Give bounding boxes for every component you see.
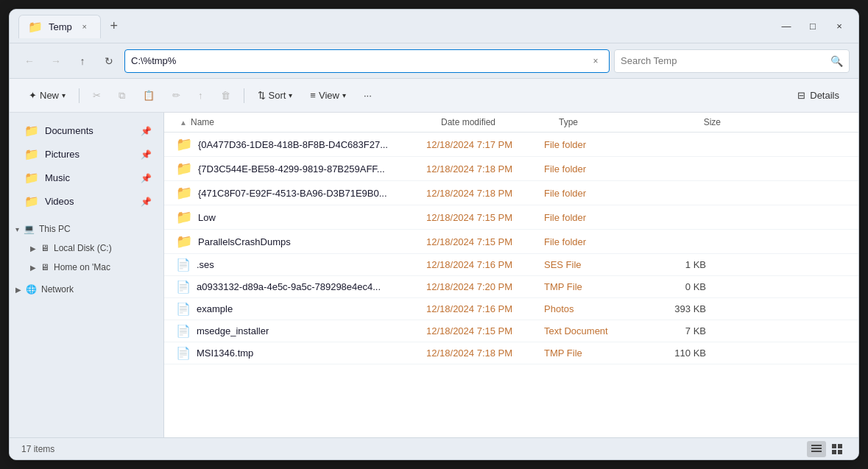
file-name-text: example (197, 303, 233, 314)
file-date-cell: 12/18/2024 7:16 PM (426, 259, 544, 270)
search-input[interactable] (621, 55, 826, 66)
local-disk-icon: 🖥 (40, 243, 49, 253)
folder-icon: 📁 (176, 136, 192, 152)
table-row[interactable]: 📁 ParallelsCrashDumps 12/18/2024 7:15 PM… (164, 230, 858, 254)
forward-button[interactable]: → (45, 50, 67, 72)
minimize-button[interactable]: — (776, 16, 797, 37)
pictures-folder-icon: 📁 (24, 147, 39, 161)
pin-icon-music: 📌 (141, 173, 152, 183)
details-pane-icon: ⊟ (797, 90, 805, 101)
close-button[interactable]: × (829, 16, 850, 37)
file-icon: 📄 (176, 280, 191, 294)
table-row[interactable]: 📁 {471C8F07-E92F-4513-BA96-D3B71E9B0... … (164, 181, 858, 205)
new-button[interactable]: ✦ New ▾ (21, 86, 73, 105)
file-list: ▲ Name Date modified Type Size 📁 (164, 113, 858, 437)
address-input[interactable] (131, 55, 584, 66)
sidebar-item-pictures[interactable]: 📁 Pictures 📌 (13, 143, 160, 166)
table-row[interactable]: 📁 Low 12/18/2024 7:15 PM File folder (164, 205, 858, 230)
list-view-button[interactable] (807, 441, 826, 457)
file-name-text: msedge_installer (197, 325, 269, 336)
rename-icon: ✏ (172, 90, 180, 101)
table-row[interactable]: 📄 example 12/18/2024 7:16 PM Photos 393 … (164, 298, 858, 320)
window-tab[interactable]: 📁 Temp × (18, 15, 101, 38)
table-row[interactable]: 📄 .ses 12/18/2024 7:16 PM SES File 1 KB (164, 254, 858, 276)
file-icon: 📄 (176, 258, 191, 272)
sidebar: 📁 Documents 📌 📁 Pictures 📌 📁 Music 📌 📁 V… (10, 113, 164, 437)
file-type-cell: File folder (544, 188, 647, 199)
table-row[interactable]: 📁 {0A477D36-1DE8-418B-8F8B-D4C683F27... … (164, 133, 858, 157)
file-name-cell: 📄 MSI1346.tmp (176, 346, 426, 360)
column-type-header[interactable]: Type (559, 117, 662, 127)
refresh-button[interactable]: ↻ (98, 50, 120, 72)
sort-button[interactable]: ⇅ Sort ▾ (250, 86, 300, 105)
table-row[interactable]: 📁 {7D3C544E-BE58-4299-9819-87B259AFF... … (164, 157, 858, 181)
cut-button[interactable]: ✂ (85, 86, 108, 105)
new-icon: ✦ (29, 90, 37, 101)
svg-rect-2 (811, 451, 822, 452)
more-button[interactable]: ··· (356, 86, 379, 105)
share-button[interactable]: ↑ (191, 86, 211, 105)
network-section[interactable]: ▶ 🌐 Network (10, 280, 163, 299)
grid-view-button[interactable] (828, 441, 847, 457)
this-pc-chevron-icon: ▾ (15, 225, 19, 233)
documents-label: Documents (45, 125, 135, 136)
file-name-text: {471C8F07-E92F-4513-BA96-D3B71E9B0... (198, 188, 387, 199)
view-button[interactable]: ≡ View ▾ (303, 86, 353, 105)
folder-icon: 📁 (176, 209, 192, 225)
svg-rect-3 (832, 444, 836, 448)
file-size-cell: 7 KB (647, 325, 706, 336)
network-chevron-icon: ▶ (15, 286, 21, 294)
details-button[interactable]: ⊟ Details (790, 86, 847, 105)
rename-button[interactable]: ✏ (165, 86, 188, 105)
videos-folder-icon: 📁 (24, 194, 39, 208)
home-on-mac-section[interactable]: ▶ 🖥 Home on 'Mac (10, 258, 163, 277)
share-icon: ↑ (198, 90, 203, 101)
file-name-text: ParallelsCrashDumps (198, 236, 291, 247)
maximize-button[interactable]: □ (802, 16, 823, 37)
main-content: 📁 Documents 📌 📁 Pictures 📌 📁 Music 📌 📁 V… (10, 113, 858, 437)
back-button[interactable]: ← (18, 50, 40, 72)
tab-close-button[interactable]: × (78, 20, 91, 33)
column-name-label: Name (191, 117, 214, 127)
table-row[interactable]: 📄 msedge_installer 12/18/2024 7:15 PM Te… (164, 320, 858, 342)
column-size-header[interactable]: Size (662, 117, 721, 127)
music-label: Music (45, 172, 135, 183)
item-count: 17 items (21, 444, 54, 454)
file-size-cell: 110 KB (647, 348, 706, 359)
folder-icon: 📁 (176, 233, 192, 250)
sidebar-item-videos[interactable]: 📁 Videos 📌 (13, 190, 160, 213)
home-on-mac-label: Home on 'Mac (54, 262, 110, 272)
clear-address-button[interactable]: × (588, 54, 603, 68)
column-type-label: Type (559, 117, 578, 127)
list-view-icon (811, 444, 822, 454)
home-chevron-icon: ▶ (30, 264, 36, 272)
network-icon: 🌐 (26, 284, 37, 295)
this-pc-section[interactable]: ▾ 💻 This PC (10, 219, 163, 239)
column-date-header[interactable]: Date modified (441, 117, 559, 127)
column-name-header[interactable]: Name (191, 117, 441, 127)
table-row[interactable]: 📄 MSI1346.tmp 12/18/2024 7:18 PM TMP Fil… (164, 342, 858, 364)
svg-rect-1 (811, 448, 822, 449)
sidebar-item-music[interactable]: 📁 Music 📌 (13, 166, 160, 189)
sidebar-item-documents[interactable]: 📁 Documents 📌 (13, 119, 160, 142)
copy-button[interactable]: ⧉ (111, 86, 133, 105)
sort-label: Sort (269, 90, 286, 101)
local-disk-section[interactable]: ▶ 🖥 Local Disk (C:) (10, 239, 163, 258)
file-name-cell: 📄 a0933132-d89a-4e5c-9a5c-789298e4ec4... (176, 280, 426, 294)
up-button[interactable]: ↑ (71, 50, 93, 72)
tab-title: Temp (49, 21, 72, 32)
file-type-cell: File folder (544, 139, 647, 150)
address-input-wrap: × (124, 49, 610, 73)
file-type-cell: Text Document (544, 325, 647, 336)
file-name-cell: 📁 {471C8F07-E92F-4513-BA96-D3B71E9B0... (176, 185, 426, 201)
paste-button[interactable]: 📋 (135, 86, 162, 105)
folder-icon: 📁 (176, 185, 192, 201)
file-date-cell: 12/18/2024 7:18 PM (426, 163, 544, 174)
more-icon: ··· (364, 90, 372, 101)
status-bar: 17 items (10, 437, 858, 459)
delete-button[interactable]: 🗑 (214, 86, 238, 105)
table-row[interactable]: 📄 a0933132-d89a-4e5c-9a5c-789298e4ec4...… (164, 276, 858, 298)
new-tab-button[interactable]: + (104, 16, 124, 37)
file-date-cell: 12/18/2024 7:15 PM (426, 212, 544, 223)
network-label: Network (41, 284, 74, 295)
